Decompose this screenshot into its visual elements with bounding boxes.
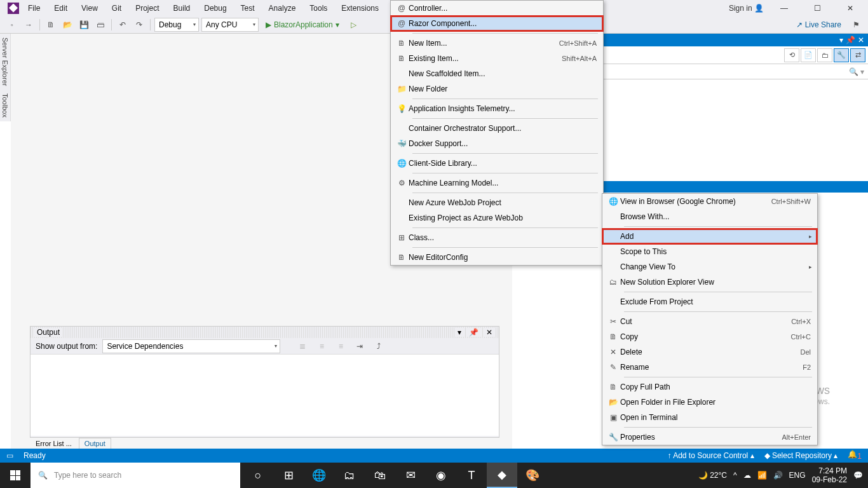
clock[interactable]: 7:24 PM 09-Feb-22 [812, 466, 847, 485]
new-project-button[interactable]: 🗎 [44, 18, 58, 32]
menu-item-existing-project-as-azure-webjob[interactable]: Existing Project as Azure WebJob [391, 210, 603, 226]
close-button[interactable]: ✕ [837, 2, 863, 15]
start-debug-button[interactable]: ▶ BlazorApplication ▾ [261, 18, 344, 32]
menu-project[interactable]: Project [132, 2, 163, 15]
live-share-button[interactable]: ↗ Live Share [791, 20, 846, 29]
solution-platform-dropdown[interactable]: Any CPU [201, 18, 259, 32]
menu-analyze[interactable]: Analyze [265, 2, 300, 15]
visual-studio-icon[interactable]: ◆ [487, 463, 517, 488]
menu-item-copy[interactable]: 🗎CopyCtrl+C [602, 329, 817, 344]
task-view-icon[interactable]: ⊞ [273, 463, 304, 488]
maximize-button[interactable]: ☐ [804, 2, 830, 15]
network-icon[interactable]: 📶 [757, 471, 767, 480]
menu-item-add[interactable]: Add [602, 229, 817, 244]
nav-forward-button[interactable]: → [22, 18, 36, 32]
save-button[interactable]: 💾 [77, 18, 91, 32]
explorer-icon[interactable]: 🗂 [334, 463, 365, 488]
close-icon[interactable]: ✕ [484, 328, 495, 337]
sol-tool-1[interactable]: ⟲ [784, 48, 799, 62]
start-button[interactable] [0, 463, 31, 488]
sol-tool-2[interactable]: 📄 [801, 48, 816, 62]
notification-center-icon[interactable]: 💬 [853, 471, 863, 480]
menu-item-copy-full-path[interactable]: 🗎Copy Full Path [602, 379, 817, 395]
menu-item-razor-component[interactable]: @Razor Component... [391, 16, 603, 31]
output-header[interactable]: Output ▾ 📌 ✕ [31, 327, 499, 338]
nav-back-button[interactable]: ◦ [5, 18, 19, 32]
menu-item-scope-to-this[interactable]: Scope to This [602, 244, 817, 259]
output-body[interactable] [31, 355, 499, 436]
undo-button[interactable]: ↶ [116, 18, 130, 32]
paint-icon[interactable]: 🎨 [517, 463, 548, 488]
save-all-button[interactable]: 🗃 [93, 18, 107, 32]
solution-config-dropdown[interactable]: Debug [154, 18, 199, 32]
menu-item-new-azure-webjob-project[interactable]: New Azure WebJob Project [391, 195, 603, 210]
pin-icon[interactable]: 📌 [466, 328, 481, 337]
notifications-icon[interactable]: 🔔1 [848, 450, 862, 461]
output-clear-button[interactable]: ≣ [295, 339, 309, 353]
dropdown-icon[interactable]: ▾ [839, 36, 843, 44]
sol-tool-wrench[interactable]: 🔧 [834, 48, 849, 62]
menu-item-new-item[interactable]: 🗎New Item...Ctrl+Shift+A [391, 36, 603, 51]
menu-item-rename[interactable]: ✎RenameF2 [602, 360, 817, 375]
store-icon[interactable]: 🛍 [365, 463, 395, 488]
teams-icon[interactable]: T [456, 463, 487, 488]
menu-item-existing-item[interactable]: 🗎Existing Item...Shift+Alt+A [391, 51, 603, 66]
cortana-icon[interactable]: ○ [243, 463, 273, 488]
add-source-control[interactable]: ↑ Add to Source Control ▴ [667, 451, 754, 460]
toolbox-tab[interactable]: Toolbox [0, 90, 11, 121]
menu-file[interactable]: File [24, 2, 44, 15]
minimize-button[interactable]: — [771, 2, 797, 15]
menu-item-docker-support[interactable]: 🐳Docker Support... [391, 136, 603, 151]
sol-tool-sync[interactable]: ⇄ [850, 48, 865, 62]
menu-item-new-folder[interactable]: 📁New Folder [391, 81, 603, 97]
pin-icon[interactable]: 📌 [846, 36, 855, 44]
menu-item-browse-with[interactable]: Browse With... [602, 209, 817, 224]
feedback-button[interactable]: ⚑ [849, 18, 863, 32]
server-explorer-tab[interactable]: Server Explorer [0, 34, 11, 90]
weather-widget[interactable]: 🌙 22°C [698, 471, 727, 480]
menu-item-client-side-library[interactable]: 🌐Client-Side Library... [391, 156, 603, 171]
menu-item-application-insights-telemetry[interactable]: 💡Application Insights Telemetry... [391, 101, 603, 116]
sign-in-link[interactable]: Sign in 👤 [729, 4, 764, 13]
menu-test[interactable]: Test [237, 2, 259, 15]
mail-icon[interactable]: ✉ [395, 463, 426, 488]
menu-item-class[interactable]: ⊞Class... [391, 230, 603, 245]
open-button[interactable]: 📂 [60, 18, 74, 32]
menu-item-container-orchestrator-support[interactable]: Container Orchestrator Support... [391, 121, 603, 136]
menu-item-properties[interactable]: 🔧PropertiesAlt+Enter [602, 430, 817, 445]
menu-item-new-solution-explorer-view[interactable]: 🗂New Solution Explorer View [602, 274, 817, 290]
tray-chevron-icon[interactable]: ^ [733, 471, 737, 480]
menu-tools[interactable]: Tools [306, 2, 331, 15]
menu-item-new-editorconfig[interactable]: 🗎New EditorConfig [391, 250, 603, 265]
redo-button[interactable]: ↷ [132, 18, 146, 32]
language-icon[interactable]: ENG [789, 471, 806, 480]
start-no-debug-button[interactable]: ▷ [346, 18, 361, 32]
menu-item-view-in-browser-google-chrome[interactable]: 🌐View in Browser (Google Chrome)Ctrl+Shi… [602, 194, 817, 209]
edge-icon[interactable]: 🌐 [304, 463, 334, 488]
dropdown-icon[interactable]: ▾ [455, 328, 464, 337]
menu-extensions[interactable]: Extensions [337, 2, 383, 15]
menu-item-open-in-terminal[interactable]: ▣Open in Terminal [602, 410, 817, 425]
output-goto-button[interactable]: ⤴ [372, 339, 386, 353]
output-from-dropdown[interactable]: Service Dependencies [102, 339, 280, 353]
menu-git[interactable]: Git [108, 2, 125, 15]
menu-item-open-folder-in-file-explorer[interactable]: 📂Open Folder in File Explorer [602, 395, 817, 410]
menu-item-machine-learning-model[interactable]: ⚙Machine Learning Model... [391, 175, 603, 191]
select-repository[interactable]: ◆ Select Repository ▴ [764, 451, 838, 460]
menu-item-delete[interactable]: ✕DeleteDel [602, 344, 817, 360]
output-toggle-2[interactable]: ≡ [334, 339, 348, 353]
output-wrap-button[interactable]: ⇥ [353, 339, 367, 353]
menu-item-cut[interactable]: ✂CutCtrl+X [602, 314, 817, 329]
chrome-icon[interactable]: ◉ [426, 463, 456, 488]
onedrive-icon[interactable]: ☁ [743, 471, 751, 480]
menu-item-change-view-to[interactable]: Change View To [602, 259, 817, 274]
close-panel-icon[interactable]: ✕ [858, 36, 864, 44]
menu-item-new-scaffolded-item[interactable]: New Scaffolded Item... [391, 66, 603, 81]
menu-item-exclude-from-project[interactable]: Exclude From Project [602, 294, 817, 309]
menu-view[interactable]: View [78, 2, 102, 15]
menu-edit[interactable]: Edit [50, 2, 71, 15]
sol-tool-3[interactable]: 🗀 [817, 48, 832, 62]
volume-icon[interactable]: 🔊 [773, 471, 783, 480]
menu-build[interactable]: Build [170, 2, 194, 15]
menu-item-controller[interactable]: @Controller... [391, 1, 603, 16]
